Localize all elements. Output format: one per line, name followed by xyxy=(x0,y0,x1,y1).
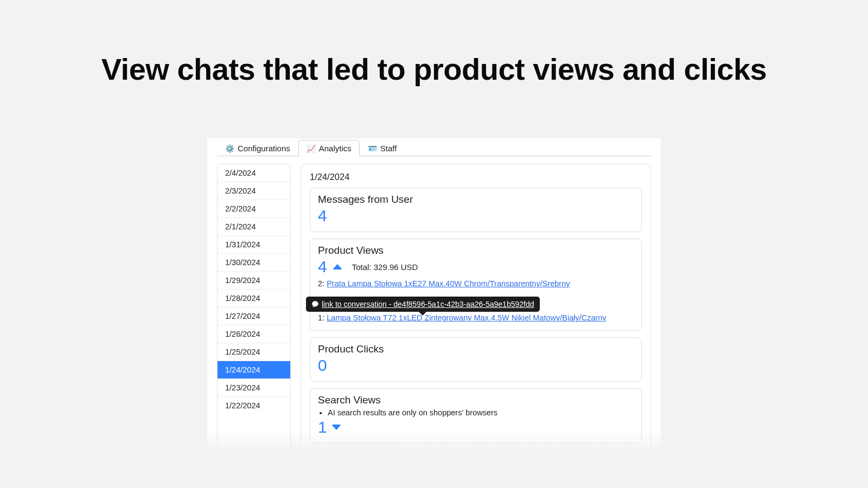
date-item[interactable]: 1/26/2024 xyxy=(218,325,290,343)
tab-configurations[interactable]: ⚙️ Configurations xyxy=(217,140,298,156)
tab-bar: ⚙️ Configurations 📈 Analytics 🪪 Staff xyxy=(217,138,651,156)
product-link-2[interactable]: Lampa Stołowa T72 1xLED Zintegrowany Max… xyxy=(327,313,607,322)
metric-value: 0 xyxy=(318,356,634,375)
date-item[interactable]: 1/31/2024 xyxy=(218,236,290,254)
metric-value: 4 xyxy=(318,207,634,225)
date-item[interactable]: 2/3/2024 xyxy=(218,182,290,200)
card-title: Product Views xyxy=(318,245,634,256)
product-line-1: 2: Prata Lampa Stołowa 1xE27 Max.40W Chr… xyxy=(318,278,634,290)
tab-staff[interactable]: 🪪 Staff xyxy=(360,140,405,156)
caret-down-icon[interactable] xyxy=(331,425,341,430)
product-count-prefix: 2: xyxy=(318,279,327,288)
date-item[interactable]: 1/28/2024 xyxy=(218,290,290,307)
product-line-2: 1: Lampa Stołowa T72 1xLED Zintegrowany … xyxy=(318,312,634,324)
detail-panel: 1/24/2024 Messages from User 4 Product V… xyxy=(301,164,651,453)
page-headline: View chats that led to product views and… xyxy=(0,0,868,87)
caret-up-icon[interactable] xyxy=(333,264,342,269)
gear-icon: ⚙️ xyxy=(225,144,234,153)
card-messages: Messages from User 4 xyxy=(310,188,642,232)
badge-icon: 🪪 xyxy=(368,144,377,153)
date-item[interactable]: 1/23/2024 xyxy=(218,379,290,397)
date-item[interactable]: 1/24/2024 xyxy=(218,361,290,379)
card-title: Messages from User xyxy=(318,194,634,206)
total-label: Total: 329.96 USD xyxy=(352,262,418,272)
conversation-tooltip[interactable]: link to conversation - de4f8596-5a1c-42b… xyxy=(306,297,540,312)
metric-value: 1 xyxy=(318,418,327,436)
date-item[interactable]: 1/22/2024 xyxy=(218,397,290,414)
tooltip-text: link to conversation - de4f8596-5a1c-42b… xyxy=(322,300,534,309)
card-product-clicks: Product Clicks 0 xyxy=(310,337,642,382)
search-views-note: AI search results are only on shoppers' … xyxy=(328,408,634,417)
chart-icon: 📈 xyxy=(307,144,316,153)
content-row: 2/4/20242/3/20242/2/20242/1/20241/31/202… xyxy=(217,156,651,453)
app-container: ⚙️ Configurations 📈 Analytics 🪪 Staff 2/… xyxy=(207,138,661,453)
date-item[interactable]: 2/4/2024 xyxy=(218,164,290,182)
tab-label: Configurations xyxy=(238,144,290,153)
metric-value: 4 xyxy=(318,258,327,276)
tab-analytics[interactable]: 📈 Analytics xyxy=(298,140,360,156)
product-link-1[interactable]: Prata Lampa Stołowa 1xE27 Max.40W Chrom/… xyxy=(327,279,570,288)
card-search-views: Search Views AI search results are only … xyxy=(310,388,642,444)
date-item[interactable]: 2/2/2024 xyxy=(218,200,290,218)
product-count-prefix: 1: xyxy=(318,313,327,322)
tab-label: Staff xyxy=(380,144,397,153)
date-item[interactable]: 1/29/2024 xyxy=(218,272,290,290)
date-item[interactable]: 1/30/2024 xyxy=(218,254,290,272)
search-views-notes: AI search results are only on shoppers' … xyxy=(318,408,634,417)
card-title: Search Views xyxy=(318,394,634,406)
card-product-views: Product Views 4 Total: 329.96 USD 2: Pra… xyxy=(310,239,642,331)
date-item[interactable]: 1/27/2024 xyxy=(218,307,290,325)
chat-bubble-icon xyxy=(311,300,319,308)
date-item[interactable]: 1/25/2024 xyxy=(218,343,290,361)
tab-label: Analytics xyxy=(319,144,352,153)
panel-date-heading: 1/24/2024 xyxy=(310,172,642,182)
card-title: Product Clicks xyxy=(318,343,634,355)
date-item[interactable]: 2/1/2024 xyxy=(218,218,290,236)
date-list: 2/4/20242/3/20242/2/20242/1/20241/31/202… xyxy=(217,164,291,453)
